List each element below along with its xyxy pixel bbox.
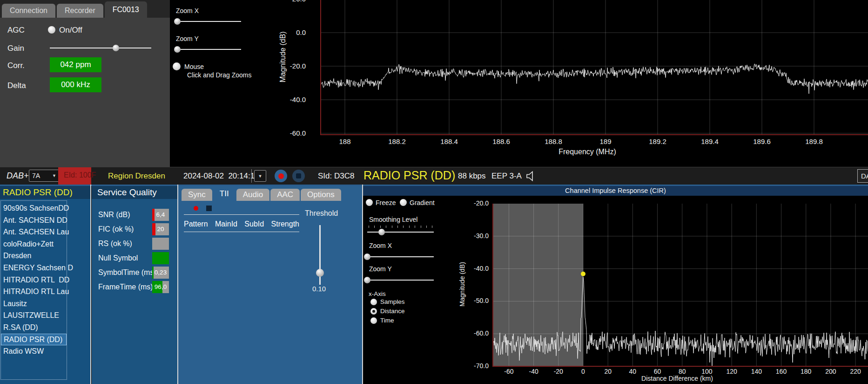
radio-dot — [372, 310, 375, 313]
xaxis-radio-distance[interactable] — [370, 308, 377, 315]
chevron-down-icon: ▼ — [258, 174, 262, 178]
delta-label: Delta — [7, 81, 26, 90]
cir-zoom-y-knob[interactable] — [364, 277, 370, 283]
xaxis-option-label: Distance — [380, 308, 405, 315]
status-bar: DAB+ 7A ▼ EId: 100F Region Dresden 2024-… — [0, 167, 868, 185]
station-list-item[interactable]: Radio WSW — [1, 345, 67, 357]
sq-row-value: 6,4 — [152, 209, 169, 221]
station-list-item[interactable]: ENERGY Sachsen D — [1, 262, 67, 274]
sq-row-bar — [152, 252, 169, 264]
cir-zoom-y-track[interactable] — [367, 280, 434, 281]
xaxis-option-label: Samples — [380, 298, 405, 305]
smoothing-label: Smoothing Level — [369, 216, 417, 223]
sq-row-bar — [152, 238, 169, 250]
tii-tab-audio[interactable]: Audio — [236, 189, 269, 201]
app-window: ConnectionRecorderFC0013 AGC On/Off Gain… — [0, 0, 868, 384]
agc-label: AGC — [7, 26, 25, 35]
bitrate-label: 88 kbps — [458, 171, 486, 181]
ensemble-id-text: EId: 100F — [64, 171, 96, 179]
record-button[interactable] — [275, 170, 287, 182]
x-tick-label: 80 — [668, 368, 696, 375]
x-tick-label: 140 — [742, 368, 770, 375]
station-list-item[interactable]: R.SA (DD) — [1, 322, 67, 334]
station-list-item[interactable]: coloRadio+Zett — [1, 238, 67, 250]
tii-divider — [184, 214, 299, 215]
spectrum-chart-svg — [320, 0, 868, 135]
station-list-item[interactable]: Ant. SACHSEN DD — [1, 214, 67, 226]
spectrum-zoom-y-knob[interactable] — [174, 46, 181, 53]
dropdown-button[interactable]: ▼ — [254, 170, 266, 182]
cir-plot[interactable] — [492, 204, 868, 367]
stop-icon — [296, 173, 301, 178]
spectrum-zoom-x-knob[interactable] — [174, 18, 181, 25]
sq-bar-segment — [152, 252, 169, 264]
tii-tab-sync[interactable]: Sync — [182, 189, 212, 201]
corner-button[interactable]: DA — [857, 169, 868, 183]
gain-slider-knob[interactable] — [113, 45, 119, 51]
x-tick-label: 120 — [718, 368, 746, 375]
cir-chart-svg — [492, 204, 868, 367]
x-tick-label: 200 — [817, 368, 845, 375]
spectrum-zoom-x-track[interactable] — [176, 21, 241, 22]
smoothing-tick — [403, 226, 404, 228]
station-list[interactable]: 90s90s SachsenDDAnt. SACHSEN DDAnt. SACH… — [0, 200, 67, 380]
station-list-item[interactable]: LAUSITZWELLE — [1, 309, 67, 322]
threshold-slider-knob[interactable] — [316, 269, 324, 277]
station-list-item[interactable]: Lausitz — [1, 298, 67, 310]
x-tick-label: 189.2 — [644, 137, 672, 145]
sq-row-label: SymbolTime (ms) — [98, 267, 156, 279]
sq-bar-segment — [152, 238, 169, 250]
tii-tab-bar: SyncTIIAudioAACOptions — [178, 187, 362, 201]
station-list-item[interactable]: 90s90s SachsenDD — [1, 202, 67, 214]
tii-tab-aac[interactable]: AAC — [270, 189, 300, 201]
x-tick-label: 188.8 — [539, 137, 567, 145]
x-axis-label: Distance Difference (km) — [607, 375, 747, 382]
agc-radio[interactable] — [48, 26, 55, 34]
xaxis-radio-time[interactable] — [370, 317, 377, 324]
smoothing-slider-knob[interactable] — [378, 229, 385, 235]
device-panel: ConnectionRecorderFC0013 AGC On/Off Gain… — [0, 0, 170, 167]
gain-slider-track[interactable] — [50, 48, 151, 48]
tii-column-header: Strength — [271, 220, 299, 228]
x-tick-label: 220 — [841, 368, 868, 375]
tii-tab-options[interactable]: Options — [301, 189, 341, 201]
channel-select[interactable]: 7A ▼ — [29, 170, 60, 182]
station-list-item[interactable]: Dresden — [1, 250, 67, 262]
sq-row-label: FIC (ok %) — [98, 223, 134, 235]
tii-panel: SyncTIIAudioAACOptions PatternMainIdSubI… — [178, 186, 362, 384]
spectrum-zoom-y-track[interactable] — [176, 49, 241, 50]
tii-column-header: SubId — [244, 220, 264, 228]
smoothing-tick — [369, 226, 369, 228]
gradient-radio[interactable] — [400, 199, 407, 206]
device-tab-recorder[interactable]: Recorder — [57, 4, 103, 18]
device-tab-connection[interactable]: Connection — [2, 4, 55, 18]
cir-zoom-x-track[interactable] — [367, 256, 434, 257]
sync-indicator-dot — [194, 206, 198, 211]
stop-button[interactable] — [292, 170, 305, 182]
xaxis-option-label: Time — [380, 317, 394, 324]
smoothing-tick — [426, 226, 427, 228]
chevron-down-icon: ▼ — [52, 173, 56, 178]
x-tick-label: 160 — [767, 368, 795, 375]
tii-table-header: PatternMainIdSubIdStrength — [184, 220, 299, 232]
freeze-radio[interactable] — [366, 199, 373, 206]
station-list-item[interactable]: RADIO PSR (DD) — [1, 334, 67, 346]
x-tick-label: 180 — [792, 368, 820, 375]
speaker-icon[interactable] — [525, 171, 536, 184]
station-list-item[interactable]: HITRADIO RTL DD — [1, 274, 67, 286]
mouse-zoom-radio[interactable] — [173, 62, 181, 70]
station-list-item[interactable]: HITRADIO RTL Lau — [1, 286, 67, 298]
tii-tab-tii[interactable]: TII — [213, 186, 236, 201]
device-tab-fc0013[interactable]: FC0013 — [105, 1, 147, 18]
xaxis-radio-samples[interactable] — [370, 299, 377, 305]
y-tick-label: -20.0 — [451, 199, 489, 207]
freeze-label: Freeze — [376, 199, 396, 206]
spectrum-plot[interactable] — [320, 0, 868, 135]
device-tab-bar: ConnectionRecorderFC0013 — [0, 0, 170, 18]
smoothing-slider-track[interactable] — [367, 232, 434, 233]
sq-row-value: 0,23 — [152, 267, 169, 279]
station-list-item[interactable]: Ant. SACHSEN Lau — [1, 226, 67, 238]
cir-zoom-x-knob[interactable] — [364, 254, 370, 260]
x-tick-label: 60 — [644, 368, 672, 375]
cir-title: Channel Impulse Response (CIR) — [363, 186, 868, 196]
